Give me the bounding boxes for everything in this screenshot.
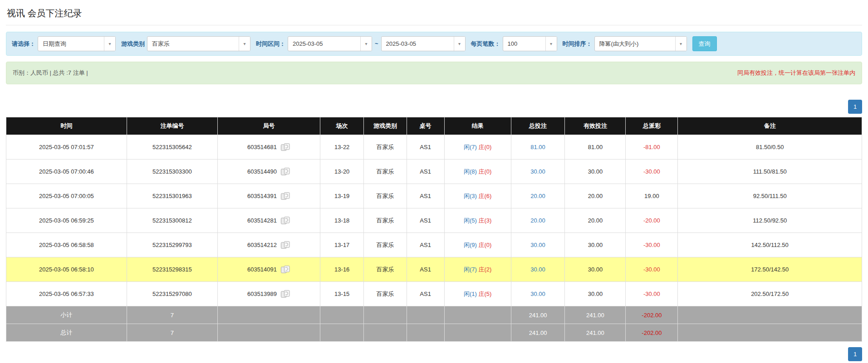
- header-bet-id: 注单编号: [127, 117, 217, 135]
- cell-result: 闲(3) 庄(6): [444, 184, 511, 208]
- total-bet-link[interactable]: 30.00: [530, 242, 545, 248]
- result-player: 闲(5): [464, 217, 477, 224]
- cell-bet-id: 522315301963: [127, 184, 217, 208]
- cell-valid-bet: 30.00: [565, 160, 626, 184]
- replay-icon[interactable]: [281, 290, 290, 298]
- grand-total-label: 总计: [6, 324, 127, 342]
- pagination-top: 1: [6, 100, 862, 114]
- empty-cell: [320, 306, 364, 324]
- cell-round: 603514281: [217, 208, 320, 233]
- header-session: 场次: [320, 117, 364, 135]
- grand-total-valid-bet: 241.00: [565, 324, 626, 342]
- cell-time: 2025-03-05 06:58:10: [6, 257, 127, 282]
- cell-result: 闲(7) 庄(2): [444, 257, 511, 282]
- header-round: 局号: [217, 117, 320, 135]
- replay-icon[interactable]: [281, 143, 290, 151]
- date-from-select[interactable]: 2025-03-05 ▾: [288, 36, 372, 51]
- cell-session: 13-17: [320, 233, 364, 257]
- cell-remark: 111.50/81.50: [678, 160, 862, 184]
- total-bet-link[interactable]: 30.00: [530, 266, 545, 273]
- cell-bet-id: 522315297080: [127, 282, 217, 306]
- total-bet-link[interactable]: 30.00: [530, 290, 545, 297]
- pagination-page-1[interactable]: 1: [848, 347, 862, 361]
- summary-info: 币别：人民币 | 总共 :7 注单 |: [13, 69, 88, 77]
- cell-valid-bet: 30.00: [565, 257, 626, 282]
- cell-remark: 202.50/172.50: [678, 282, 862, 306]
- total-bet-link[interactable]: 20.00: [530, 193, 545, 199]
- cell-valid-bet: 20.00: [565, 208, 626, 233]
- header-game-type: 游戏类别: [364, 117, 407, 135]
- empty-cell: [364, 306, 407, 324]
- result-player: 闲(7): [464, 144, 477, 150]
- replay-icon[interactable]: [281, 266, 290, 273]
- filter-bar: 请选择： 日期查询 ▾ 游戏类别 百家乐 ▾ 时间区间： 2025-03-05 …: [6, 32, 862, 56]
- cell-table-no: AS1: [407, 282, 444, 306]
- subtotal-label: 小计: [6, 306, 127, 324]
- page-size-value: 100: [503, 40, 522, 47]
- replay-icon[interactable]: [281, 192, 290, 200]
- cell-table-no: AS1: [407, 184, 444, 208]
- cell-remark: 172.50/142.50: [678, 257, 862, 282]
- replay-icon[interactable]: [281, 217, 290, 224]
- cell-table-no: AS1: [407, 160, 444, 184]
- cell-round: 603514391: [217, 184, 320, 208]
- cell-session: 13-22: [320, 135, 364, 160]
- cell-session: 13-15: [320, 282, 364, 306]
- summary-bar: 币别：人民币 | 总共 :7 注单 | 同局有效投注，统一计算在该局第一张注单内: [6, 62, 862, 84]
- round-number: 603514281: [247, 217, 277, 224]
- date-to-select[interactable]: 2025-03-05 ▾: [381, 36, 466, 51]
- page-title: 视讯 会员下注纪录: [6, 4, 862, 25]
- cell-valid-bet: 81.00: [565, 135, 626, 160]
- replay-icon[interactable]: [281, 168, 290, 175]
- cell-remark: 112.50/92.50: [678, 208, 862, 233]
- table-row: 2025-03-05 06:59:25522315300812603514281…: [6, 208, 862, 233]
- cell-time: 2025-03-05 07:01:57: [6, 135, 127, 160]
- page-size-select[interactable]: 100 ▾: [503, 36, 557, 51]
- cell-game-type: 百家乐: [364, 233, 407, 257]
- cell-result: 闲(1) 庄(5): [444, 282, 511, 306]
- sort-value: 降冪(由大到小): [595, 40, 643, 48]
- chevron-down-icon: ▾: [239, 37, 250, 51]
- header-valid-bet: 有效投注: [565, 117, 626, 135]
- cell-table-no: AS1: [407, 135, 444, 160]
- cell-total-bet: 30.00: [511, 257, 565, 282]
- date-from-value: 2025-03-05: [288, 40, 328, 47]
- summary-notice: 同局有效投注，统一计算在该局第一张注单内: [737, 69, 855, 77]
- pagination-page-1[interactable]: 1: [848, 100, 862, 114]
- header-result: 结果: [444, 117, 511, 135]
- subtotal-payout: -202.00: [626, 306, 678, 324]
- cell-result: 闲(8) 庄(0): [444, 160, 511, 184]
- cell-time: 2025-03-05 06:58:58: [6, 233, 127, 257]
- result-player: 闲(1): [464, 290, 477, 297]
- header-time: 时间: [6, 117, 127, 135]
- result-player: 闲(8): [464, 168, 477, 175]
- grand-total-payout: -202.00: [626, 324, 678, 342]
- cell-payout: -81.00: [626, 135, 678, 160]
- result-banker: 庄(3): [478, 217, 491, 224]
- total-bet-link[interactable]: 30.00: [530, 168, 545, 175]
- table-row: 2025-03-05 07:00:46522315303300603514490…: [6, 160, 862, 184]
- replay-icon[interactable]: [281, 241, 290, 249]
- cell-round: 603513989: [217, 282, 320, 306]
- cell-round: 603514490: [217, 160, 320, 184]
- query-type-select[interactable]: 日期查询 ▾: [38, 36, 116, 51]
- cell-game-type: 百家乐: [364, 135, 407, 160]
- game-type-select[interactable]: 百家乐 ▾: [147, 36, 250, 51]
- cell-valid-bet: 30.00: [565, 282, 626, 306]
- cell-game-type: 百家乐: [364, 282, 407, 306]
- records-table: 时间 注单编号 局号 场次 游戏类别 桌号 结果 总投注 有效投注 总派彩 备注…: [6, 117, 862, 342]
- empty-cell: [678, 306, 862, 324]
- sort-label: 时间排序：: [563, 40, 592, 48]
- total-bet-link[interactable]: 81.00: [530, 144, 545, 150]
- cell-session: 13-18: [320, 208, 364, 233]
- header-table-no: 桌号: [407, 117, 444, 135]
- cell-result: 闲(5) 庄(3): [444, 208, 511, 233]
- total-bet-link[interactable]: 20.00: [530, 217, 545, 224]
- search-button[interactable]: 查询: [692, 36, 717, 51]
- query-type-label: 请选择：: [12, 40, 35, 48]
- grand-total-total-bet: 241.00: [511, 324, 565, 342]
- date-to-value: 2025-03-05: [382, 40, 421, 47]
- game-type-value: 百家乐: [147, 40, 174, 48]
- sort-select[interactable]: 降冪(由大到小) ▾: [594, 36, 687, 51]
- table-row: 2025-03-05 07:00:05522315301963603514391…: [6, 184, 862, 208]
